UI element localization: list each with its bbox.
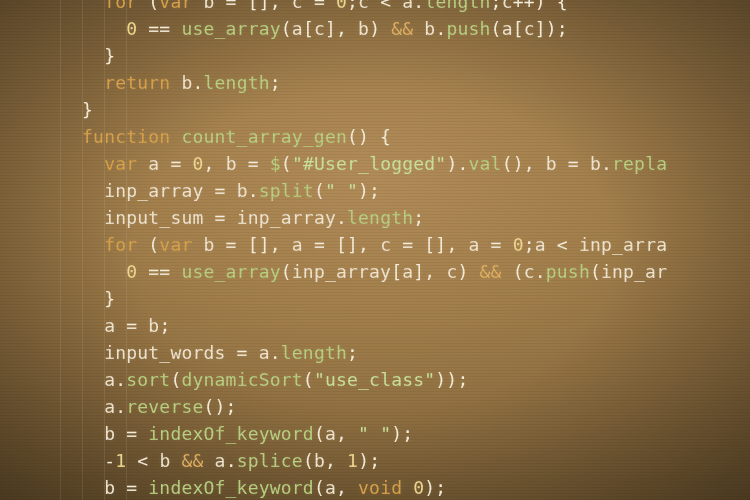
code-line[interactable]: }	[60, 42, 667, 69]
token-fn: reverse	[126, 396, 203, 417]
code-line[interactable]: for (var b = [], c = 0;c < a.length;c++)…	[60, 0, 667, 15]
token-op: <	[126, 450, 159, 471]
token-num: 0	[336, 0, 347, 12]
token-id: b	[159, 450, 170, 471]
token-op: (	[590, 261, 601, 282]
token-id: a	[104, 315, 115, 336]
token-id: b	[358, 18, 369, 39]
token-id: a	[502, 18, 513, 39]
code-line[interactable]: a.reverse();	[60, 393, 667, 420]
token-id: c	[380, 234, 391, 255]
token-op: =	[557, 153, 590, 174]
token-op: =	[480, 234, 513, 255]
code-line[interactable]: a = b;	[60, 312, 667, 339]
token-op: }	[104, 45, 115, 66]
token-kw: var	[104, 153, 137, 174]
token-op: ],	[413, 261, 446, 282]
code-indent	[60, 0, 104, 12]
token-id: a	[292, 234, 303, 255]
token-id: inp_arra	[579, 234, 667, 255]
token-op: =	[303, 0, 336, 12]
code-line[interactable]: -1 < b && a.splice(b, 1);	[60, 447, 667, 474]
token-kw: for	[104, 0, 137, 12]
token-id: a	[104, 396, 115, 417]
token-op: ));	[435, 369, 468, 390]
code-line[interactable]: b = indexOf_keyword(a, void 0);	[60, 474, 667, 500]
token-id: c	[502, 0, 513, 12]
code-indent	[60, 180, 104, 201]
code-line[interactable]: for (var b = [], a = [], c = [], a = 0;a…	[60, 231, 667, 258]
token-lg: &&	[480, 261, 502, 282]
code-indent	[60, 288, 104, 309]
token-op: <	[546, 234, 579, 255]
token-op	[192, 234, 203, 255]
token-op: (	[314, 477, 325, 498]
code-line[interactable]: a.sort(dynamicSort("use_class"));	[60, 366, 667, 393]
code-line[interactable]: b = indexOf_keyword(a, " ");	[60, 420, 667, 447]
code-line[interactable]: }	[60, 96, 667, 123]
code-indent	[60, 207, 104, 228]
token-op: .	[115, 396, 126, 417]
token-id: a	[325, 423, 336, 444]
token-op: (	[281, 261, 292, 282]
token-id: c	[314, 18, 325, 39]
token-num: 0	[126, 18, 137, 39]
token-op: }	[82, 99, 93, 120]
token-op	[413, 18, 424, 39]
token-fn: val	[469, 153, 502, 174]
token-num: 1	[347, 450, 358, 471]
token-op: (	[137, 0, 159, 12]
token-op: .	[601, 153, 612, 174]
token-fn: push	[446, 18, 490, 39]
token-op	[402, 477, 413, 498]
token-op: [	[391, 261, 402, 282]
token-op: =	[204, 180, 237, 201]
token-id: b	[314, 450, 325, 471]
token-fn: indexOf_keyword	[148, 423, 314, 444]
token-fn: split	[259, 180, 314, 201]
code-line[interactable]: input_words = a.length;	[60, 339, 667, 366]
token-num: 0	[513, 234, 524, 255]
code-line[interactable]: var a = 0, b = $("#User_logged").val(), …	[60, 150, 667, 177]
token-id: c	[524, 261, 535, 282]
token-num: 0	[126, 261, 137, 282]
code-editor-content[interactable]: for (var b = [], c = 0;c < a.length;c++)…	[60, 0, 667, 500]
token-op: =	[115, 423, 148, 444]
token-op: = [],	[303, 234, 380, 255]
token-id: a	[104, 369, 115, 390]
code-line[interactable]: }	[60, 285, 667, 312]
token-id: inp_ar	[601, 261, 667, 282]
token-id: b	[546, 153, 557, 174]
token-id: c	[358, 0, 369, 12]
token-fn: dynamicSort	[181, 369, 302, 390]
token-id: inp_array	[292, 261, 391, 282]
token-op: =	[237, 153, 270, 174]
token-op: = [],	[391, 234, 468, 255]
code-line[interactable]: input_sum = inp_array.length;	[60, 204, 667, 231]
token-id: b	[104, 423, 115, 444]
token-str: " "	[325, 180, 358, 201]
token-fn: repla	[612, 153, 667, 174]
token-id: a	[292, 18, 303, 39]
token-fn: length	[347, 207, 413, 228]
code-line[interactable]: return b.length;	[60, 69, 667, 96]
code-line[interactable]: function count_array_gen() {	[60, 123, 667, 150]
token-op	[192, 0, 203, 12]
token-kw: var	[159, 234, 192, 255]
token-op: (	[137, 234, 159, 255]
token-op: ==	[137, 261, 181, 282]
code-line[interactable]: 0 == use_array(inp_array[a], c) && (c.pu…	[60, 258, 667, 285]
token-op: .	[226, 450, 237, 471]
code-line[interactable]: inp_array = b.split(" ");	[60, 177, 667, 204]
token-fn: $	[270, 153, 281, 174]
token-op: .	[115, 369, 126, 390]
token-op: (	[303, 450, 314, 471]
code-indent	[60, 45, 104, 66]
code-indent	[60, 126, 82, 147]
code-line[interactable]: 0 == use_array(a[c], b) && b.push(a[c]);	[60, 15, 667, 42]
code-indent	[60, 261, 126, 282]
token-id: a	[468, 234, 479, 255]
token-op: =	[204, 207, 237, 228]
token-fn: splice	[237, 450, 303, 471]
code-indent	[60, 99, 82, 120]
